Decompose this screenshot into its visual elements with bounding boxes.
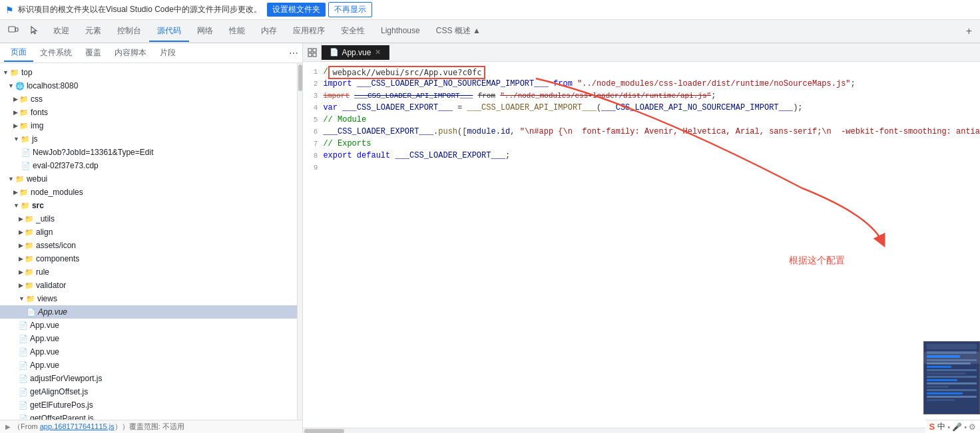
folder-arrow-js: ▼ bbox=[13, 136, 19, 142]
thumb-highlight bbox=[924, 352, 979, 364]
notification-bar: ⚑ 标识项目的根文件夹以在Visual Studio Code中的源文件并同步更… bbox=[0, 0, 980, 20]
folder-icon-src: 📁 bbox=[21, 202, 30, 210]
tree-label-rule: rule bbox=[36, 267, 49, 277]
tree-item-webui[interactable]: ▼ 📁 webui bbox=[0, 172, 297, 186]
folder-icon-validator: 📁 bbox=[25, 281, 34, 290]
code-line-7: 7 // Exports bbox=[303, 138, 980, 150]
tree-label-top: top bbox=[21, 68, 33, 77]
code-line-6: 6 ___CSS_LOADER_EXPORT___.push([module.i… bbox=[303, 126, 980, 138]
thumb-line-9 bbox=[927, 376, 977, 378]
thumb-line-15 bbox=[927, 396, 977, 398]
tab-console[interactable]: 控制台 bbox=[109, 21, 149, 42]
code-line-4: 4 var ___CSS_LOADER_EXPORT___ = ___CSS_L… bbox=[303, 102, 980, 114]
file-tab-close-appvue[interactable]: ✕ bbox=[375, 48, 381, 57]
bottom-status-text: （From app.1681717641115.js））覆盖范围: 不适用 bbox=[13, 422, 184, 432]
tree-item-appvue-4[interactable]: 📄 App.vue bbox=[0, 359, 297, 372]
tree-item-appvue-1[interactable]: 📄 App.vue bbox=[0, 319, 297, 332]
left-vscrollbar-thumb[interactable] bbox=[298, 65, 302, 91]
devtools-icon-inspect[interactable] bbox=[24, 21, 45, 43]
folder-icon-rule: 📁 bbox=[25, 268, 34, 277]
more-sub-tabs-button[interactable]: ⋯ bbox=[289, 48, 298, 59]
folder-arrow-img: ▶ bbox=[13, 122, 18, 129]
tab-application[interactable]: 应用程序 bbox=[285, 21, 333, 42]
right-hscrollbar[interactable] bbox=[303, 428, 980, 433]
tree-item-assets[interactable]: ▶ 📁 assets/icon bbox=[0, 239, 297, 252]
sub-tab-overrides[interactable]: 覆盖 bbox=[79, 45, 108, 61]
sub-tabs: 页面 文件系统 覆盖 内容脚本 片段 ⋯ bbox=[0, 43, 302, 63]
tree-item-eval[interactable]: 📄 eval-02f37e73.cdp bbox=[0, 159, 297, 172]
line-num-5: 5 bbox=[303, 114, 323, 126]
tree-item-adjustviewport[interactable]: 📄 adjustForViewport.js bbox=[0, 372, 297, 385]
code-lines: 1 // webpack//webui/src/App.vue?c0fc 2 i… bbox=[303, 62, 980, 176]
tree-item-appvue-3[interactable]: 📄 App.vue bbox=[0, 345, 297, 359]
folder-icon-top: 📁 bbox=[10, 69, 19, 77]
file-icon-getoffsetparent: 📄 bbox=[19, 414, 28, 420]
tree-item-localhost[interactable]: ▼ 🌐 localhost:8080 bbox=[0, 79, 297, 92]
tree-item-validator[interactable]: ▶ 📁 validator bbox=[0, 279, 297, 292]
tree-item-align[interactable]: ▶ 📁 align bbox=[0, 225, 297, 239]
svg-rect-2 bbox=[308, 49, 312, 52]
tree-item-img[interactable]: ▶ 📁 img bbox=[0, 119, 297, 132]
thumb-line-7 bbox=[927, 369, 977, 371]
right-hscrollbar-thumb[interactable] bbox=[304, 429, 344, 433]
tree-item-components[interactable]: ▶ 📁 components bbox=[0, 252, 297, 265]
tab-sources[interactable]: 源代码 bbox=[149, 21, 189, 42]
tree-item-appvue-2[interactable]: 📄 App.vue bbox=[0, 332, 297, 345]
tree-label-css: css bbox=[31, 94, 43, 104]
tree-label-src: src bbox=[32, 201, 44, 210]
tree-label-localhost: localhost:8080 bbox=[27, 81, 78, 90]
tree-label-getelfuturepos: getElFuturePos.js bbox=[30, 400, 93, 410]
tab-memory[interactable]: 内存 bbox=[253, 21, 285, 42]
tree-item-getelfuturepos[interactable]: 📄 getElFuturePos.js bbox=[0, 398, 297, 412]
tree-item-top[interactable]: ▼ 📁 top bbox=[0, 66, 297, 79]
tree-item-utils[interactable]: ▶ 📁 _utils bbox=[0, 212, 297, 225]
folder-arrow-fonts: ▶ bbox=[13, 109, 18, 116]
setup-folder-button[interactable]: 设置根文件夹 bbox=[267, 3, 326, 17]
tree-item-views[interactable]: ▼ 📁 views bbox=[0, 292, 297, 305]
code-line-8: 8 export default ___CSS_LOADER_EXPORT___… bbox=[303, 150, 980, 162]
annotation-text: 根据这个配置 bbox=[789, 255, 845, 267]
dismiss-button[interactable]: 不再显示 bbox=[328, 2, 372, 17]
tab-security[interactable]: 安全性 bbox=[333, 21, 373, 42]
code-line-2: 2 import ___CSS_LOADER_API_NO_SOURCEMAP_… bbox=[303, 78, 980, 90]
tree-item-src[interactable]: ▼ 📁 src bbox=[0, 199, 297, 212]
folder-icon-views: 📁 bbox=[26, 295, 35, 303]
file-icon-appvue-3: 📄 bbox=[19, 348, 28, 357]
tree-item-appvue-selected[interactable]: 📄 App.vue bbox=[0, 305, 297, 319]
file-tab-appvue[interactable]: 📄 App.vue ✕ bbox=[322, 45, 389, 60]
tab-network[interactable]: 网络 bbox=[189, 21, 221, 42]
folder-arrow-utils: ▶ bbox=[19, 216, 23, 222]
line-content-2: import ___CSS_LOADER_API_NO_SOURCEMAP_IM… bbox=[323, 78, 980, 90]
file-tab-icon-appvue: 📄 bbox=[330, 48, 339, 57]
tree-label-appvue-2: App.vue bbox=[30, 334, 59, 343]
tree-item-newjob[interactable]: 📄 NewJob?JobId=13361&Type=Edit bbox=[0, 146, 297, 159]
sub-tab-page[interactable]: 页面 bbox=[4, 44, 33, 62]
tree-item-getoffsetparent[interactable]: 📄 getOffsetParent.js bbox=[0, 412, 297, 420]
right-panel-icon[interactable] bbox=[303, 43, 322, 61]
tree-item-getalignoffset[interactable]: 📄 getAlignOffset.js bbox=[0, 385, 297, 398]
file-icon-eval: 📄 bbox=[21, 162, 31, 170]
tree-item-fonts[interactable]: ▶ 📁 fonts bbox=[0, 106, 297, 119]
folder-icon-js: 📁 bbox=[21, 135, 30, 144]
line-content-9 bbox=[323, 162, 980, 174]
folder-arrow-assets: ▶ bbox=[19, 242, 23, 249]
thumbnail-preview bbox=[923, 341, 980, 414]
sub-tab-snippets[interactable]: 片段 bbox=[153, 45, 182, 61]
devtools-icon-responsive[interactable] bbox=[3, 21, 24, 43]
tree-item-node-modules[interactable]: ▶ 📁 node_modules bbox=[0, 186, 297, 199]
left-vscrollbar[interactable] bbox=[297, 63, 302, 420]
add-tab-button[interactable]: + bbox=[961, 23, 977, 40]
sub-tab-content-scripts[interactable]: 内容脚本 bbox=[108, 45, 153, 61]
tree-item-css[interactable]: ▶ 📁 css bbox=[0, 92, 297, 106]
tab-performance[interactable]: 性能 bbox=[221, 21, 253, 42]
tree-label-fonts: fonts bbox=[31, 108, 48, 117]
tab-css-overview[interactable]: CSS 概述 ▲ bbox=[428, 21, 489, 42]
sub-tab-filesystem[interactable]: 文件系统 bbox=[33, 45, 79, 61]
tab-lighthouse[interactable]: Lighthouse bbox=[373, 22, 428, 41]
folder-arrow-css: ▶ bbox=[13, 96, 18, 102]
app-link[interactable]: app.1681717641115.js bbox=[40, 422, 115, 430]
tree-item-js[interactable]: ▼ 📁 js bbox=[0, 132, 297, 146]
tree-item-rule[interactable]: ▶ 📁 rule bbox=[0, 265, 297, 279]
tab-elements[interactable]: 元素 bbox=[77, 21, 109, 42]
tab-welcome[interactable]: 欢迎 bbox=[45, 21, 77, 42]
